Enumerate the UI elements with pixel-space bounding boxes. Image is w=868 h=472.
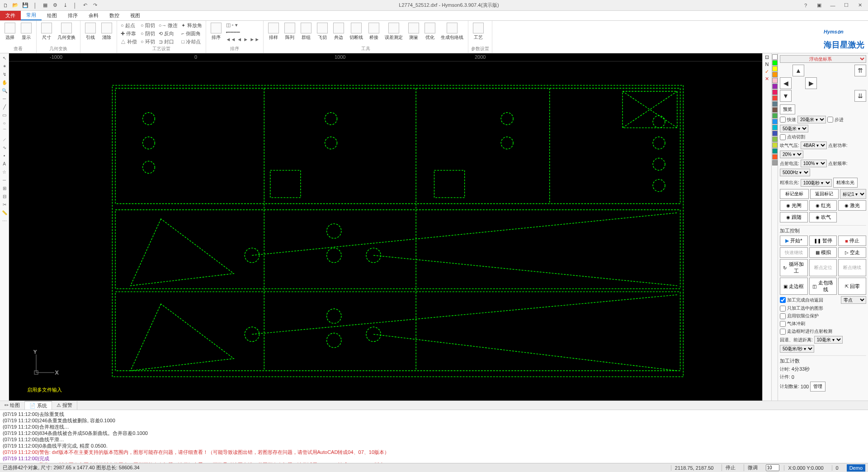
text-tool[interactable]: A	[1, 160, 8, 167]
cancel-icon[interactable]: ✕	[764, 76, 770, 82]
jog-down-button[interactable]: ▼	[780, 90, 792, 102]
layer-swatch-15[interactable]	[772, 142, 778, 148]
fast-select[interactable]: 20毫米 ▾	[797, 116, 826, 123]
frame-button[interactable]: ▣ 走边框	[780, 278, 808, 295]
release-button[interactable]: ✦ 释放角	[180, 22, 203, 29]
layer-swatch-11[interactable]	[772, 119, 778, 124]
tab-sort[interactable]: 排序	[62, 11, 83, 20]
export-icon[interactable]: ⤓	[61, 2, 69, 9]
reverse-button[interactable]: ⟲ 反向	[158, 30, 179, 38]
backmark-button[interactable]: 返回标记	[810, 189, 839, 199]
measure-button[interactable]: 误差测定	[383, 22, 405, 42]
layer-swatch-1[interactable]	[772, 60, 778, 66]
optimize-button[interactable]: 优化	[423, 22, 437, 42]
endpoint-icon[interactable]: N	[764, 61, 770, 68]
coord-system-select[interactable]: 浮动坐标系	[780, 55, 866, 63]
fine-input[interactable]	[766, 464, 779, 471]
stop-button[interactable]: ■ 停止	[838, 236, 866, 246]
layout-button[interactable]: 排样	[266, 22, 281, 42]
softlimit-check[interactable]	[780, 313, 786, 319]
log-pane[interactable]: (07/19 11:12:00)去除重复线(07/19 11:12:00)246…	[0, 410, 868, 463]
contourwalk-button[interactable]: ◫ 走包络线	[809, 278, 837, 295]
sort-nav-icon[interactable]: ◄◄ ◄ ► ►►	[225, 36, 261, 42]
cursor-tool[interactable]: ↖	[1, 54, 8, 61]
btab-draw[interactable]: ✏ 绘图	[0, 401, 25, 410]
dotcut-check[interactable]	[780, 134, 786, 140]
pause-button[interactable]: ❚❚ 暂停	[809, 236, 837, 246]
jog-right-button[interactable]: ▶	[805, 77, 817, 89]
seal-button[interactable]: ⊐ 封口	[158, 38, 179, 46]
close-icon[interactable]: ✕	[854, 1, 866, 10]
array-button[interactable]: 阵列	[283, 22, 297, 42]
onlysel-check[interactable]	[780, 306, 786, 312]
tab-draw[interactable]: 绘图	[42, 11, 62, 20]
group-tool[interactable]: ⊞	[1, 184, 8, 192]
outercut-button[interactable]: ○ 阳切	[140, 22, 156, 29]
minimize-icon[interactable]: —	[826, 1, 839, 10]
layer-swatch-4[interactable]	[772, 78, 778, 83]
origin-select[interactable]: 零点	[841, 296, 866, 304]
innercut-button[interactable]: ○ 阴切	[140, 30, 156, 38]
layer-swatch-3[interactable]	[772, 72, 778, 77]
new-icon[interactable]: 🗋	[2, 2, 9, 9]
bpcont-button[interactable]: 断点继续	[838, 259, 866, 276]
microjoint-button[interactable]: ○→ 微连	[158, 22, 179, 29]
layer-swatch-12[interactable]	[772, 125, 778, 130]
fly-button[interactable]: 飞切	[315, 22, 330, 42]
dryrun-button[interactable]: ▷ 空走	[838, 247, 866, 258]
canvas[interactable]: YX 启用多文件输入	[9, 61, 762, 401]
point-tool[interactable]: •	[1, 152, 8, 159]
layer-swatch-17[interactable]	[772, 154, 778, 160]
order-tool[interactable]: ↯	[1, 71, 8, 78]
layer-swatch-13[interactable]	[772, 131, 778, 136]
sort-button[interactable]: 排序	[209, 22, 223, 42]
bplocate-button[interactable]: 断点定位	[809, 259, 837, 276]
redlight-button[interactable]: ◉ 红光	[809, 200, 837, 211]
restore-icon[interactable]: ▣	[813, 1, 826, 10]
sort-opts-icon[interactable]: ◫ ▫ ▾	[225, 22, 261, 28]
grid-icon[interactable]: ▦	[42, 2, 49, 9]
tab-common[interactable]: 常用	[21, 11, 42, 20]
tab-cnc[interactable]: 数控	[104, 11, 125, 20]
star-tool[interactable]: ☆	[1, 168, 8, 175]
dotcurrent-select[interactable]: 100% ▾	[801, 160, 827, 167]
jog-zup-button[interactable]: ⇈	[854, 65, 866, 76]
redo-icon[interactable]: ↷	[91, 2, 99, 9]
precemit-select[interactable]: 100毫秒 ▾	[801, 179, 832, 187]
fast-check[interactable]	[780, 117, 786, 123]
step-check[interactable]	[827, 117, 833, 123]
tab-file[interactable]: 文件	[0, 11, 21, 20]
snap-icon[interactable]: ⊡	[764, 54, 770, 61]
comp-button[interactable]: △ 补偿	[120, 38, 138, 46]
help-icon[interactable]: ?	[799, 1, 812, 10]
layer-swatch-2[interactable]	[772, 66, 778, 71]
stop-button[interactable]: ✚ 停靠	[120, 30, 138, 38]
layer-swatch-5[interactable]	[772, 84, 778, 89]
sort-slider[interactable]: •━━━━	[225, 29, 261, 36]
polyline-tool[interactable]: ⟋	[1, 136, 8, 143]
circle-tool[interactable]: ○	[1, 119, 8, 127]
check-icon[interactable]: ✓	[764, 69, 770, 75]
layer-swatch-14[interactable]	[772, 137, 778, 142]
loop-button[interactable]: ↻ 循环加工	[780, 259, 808, 276]
shutter-button[interactable]: ◉ 光闸	[780, 200, 808, 211]
tab-nest[interactable]: 余料	[83, 11, 104, 20]
start-button[interactable]: ▶ 开始*	[780, 236, 808, 246]
gasflush-check[interactable]	[780, 321, 786, 327]
autoback-check[interactable]	[780, 297, 786, 303]
layer-swatch-9[interactable]	[772, 107, 778, 113]
contour-button[interactable]: 生成包络线	[439, 22, 465, 42]
fastcont-button[interactable]: 快速继续	[780, 247, 808, 258]
dotfreq-select[interactable]: 5000Hz ▾	[780, 169, 810, 176]
jog-up-button[interactable]: ▲	[793, 65, 804, 76]
layer-swatch-16[interactable]	[772, 148, 778, 154]
display-button[interactable]: 显示	[19, 22, 33, 42]
layer-swatch-7[interactable]	[772, 95, 778, 101]
more-tool[interactable]: ⋯	[1, 217, 8, 224]
line-tool[interactable]: ╱	[1, 103, 8, 110]
layer-swatch-10[interactable]	[772, 113, 778, 118]
group-button[interactable]: 群组	[299, 22, 313, 42]
jog-zdn-button[interactable]: ⇊	[854, 90, 866, 102]
retreat-speed-select[interactable]: 50毫米/秒 ▾	[780, 345, 814, 353]
retreat-dist-select[interactable]: 10毫米 ▾	[814, 336, 843, 344]
